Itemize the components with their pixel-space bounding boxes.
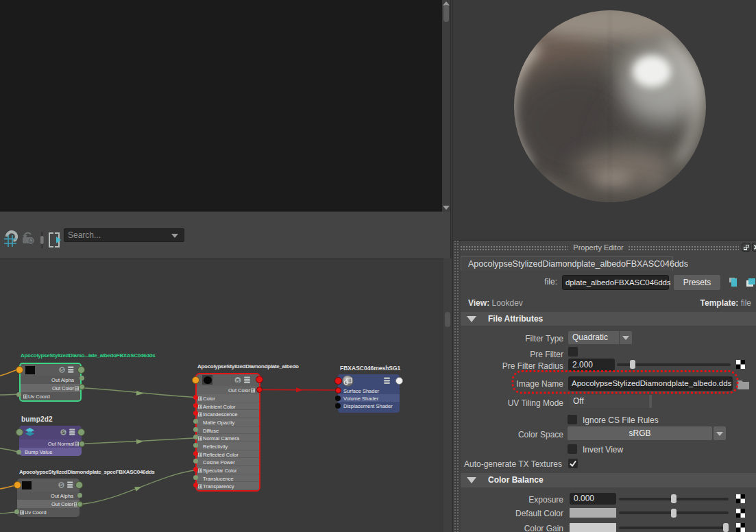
svg-text:S: S <box>62 429 65 435</box>
svg-text:S: S <box>60 367 64 373</box>
svg-text:S: S <box>60 482 63 488</box>
svg-text:S: S <box>236 378 240 384</box>
